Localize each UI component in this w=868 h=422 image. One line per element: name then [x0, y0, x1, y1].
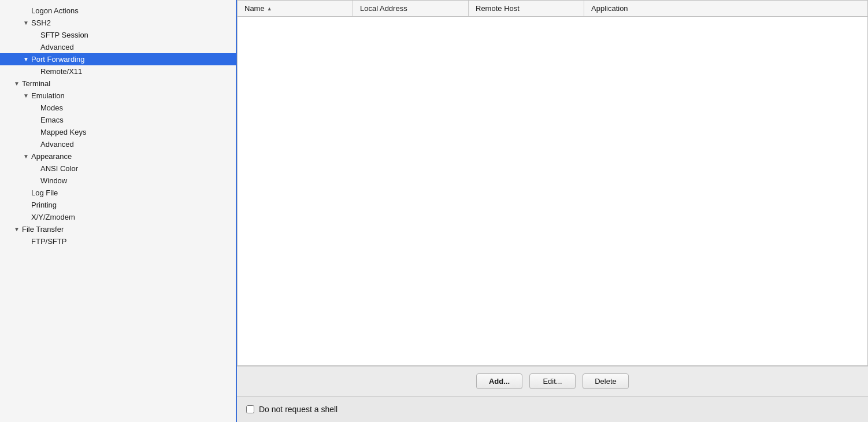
sidebar-item-label: Emulation: [31, 91, 65, 100]
sidebar-item-label: X/Y/Zmodem: [31, 213, 75, 221]
sidebar-item-ftp-sftp[interactable]: FTP/SFTP: [0, 235, 236, 247]
do-not-request-shell-label: Do not request a shell: [259, 405, 337, 414]
triangle-icon: ▼: [14, 226, 22, 232]
sidebar-item-emacs[interactable]: Emacs: [0, 114, 236, 126]
sidebar-item-label: Mapped Keys: [40, 128, 87, 136]
col-remote-label: Remote Host: [476, 4, 520, 13]
sidebar-item-appearance[interactable]: ▼Appearance: [0, 150, 236, 162]
button-row: Add... Edit... Delete: [237, 366, 868, 396]
sidebar-item-advanced-ssh2[interactable]: Advanced: [0, 41, 236, 53]
triangle-icon: ▼: [14, 80, 22, 87]
col-app-label: Application: [591, 4, 628, 13]
sidebar: Logon Actions▼SSH2SFTP SessionAdvanced▼P…: [0, 0, 237, 422]
sidebar-item-label: Window: [40, 176, 67, 185]
sidebar-item-mapped-keys[interactable]: Mapped Keys: [0, 126, 236, 138]
sidebar-item-label: Appearance: [31, 152, 72, 161]
sidebar-item-label: Port Forwarding: [31, 55, 84, 64]
col-name-label: Name: [244, 4, 265, 13]
sidebar-item-label: Logon Actions: [31, 6, 79, 15]
sidebar-item-remote-x11[interactable]: Remote/X11: [0, 65, 236, 77]
sort-arrow-icon: ▲: [267, 6, 272, 12]
sidebar-item-label: SSH2: [31, 18, 51, 27]
main-content: Name ▲ Local Address Remote Host Applica…: [237, 0, 868, 422]
triangle-icon: ▼: [23, 153, 31, 160]
shell-checkbox-row: Do not request a shell: [237, 396, 868, 422]
table-body: [238, 17, 867, 365]
table-header: Name ▲ Local Address Remote Host Applica…: [238, 1, 867, 17]
sidebar-item-label: Modes: [40, 103, 63, 112]
sidebar-item-emulation[interactable]: ▼Emulation: [0, 90, 236, 102]
add-button[interactable]: Add...: [476, 373, 522, 389]
sidebar-item-label: Emacs: [40, 116, 64, 124]
sidebar-item-file-transfer[interactable]: ▼File Transfer: [0, 223, 236, 235]
triangle-icon: ▼: [23, 92, 31, 99]
sidebar-item-label: Terminal: [22, 79, 50, 88]
sidebar-item-logon-actions[interactable]: Logon Actions: [0, 5, 236, 17]
sidebar-item-printing[interactable]: Printing: [0, 199, 236, 211]
col-header-local: Local Address: [353, 1, 469, 16]
sidebar-item-ssh2[interactable]: ▼SSH2: [0, 17, 236, 29]
sidebar-item-window[interactable]: Window: [0, 175, 236, 187]
sidebar-item-xy-zmodem[interactable]: X/Y/Zmodem: [0, 211, 236, 223]
sidebar-item-sftp-session[interactable]: SFTP Session: [0, 29, 236, 41]
col-header-app: Application: [584, 1, 867, 16]
sidebar-item-label: Log File: [31, 188, 58, 197]
delete-button[interactable]: Delete: [583, 373, 629, 389]
sidebar-item-modes[interactable]: Modes: [0, 102, 236, 114]
port-forwarding-table-area: Name ▲ Local Address Remote Host Applica…: [237, 0, 868, 366]
col-header-name: Name ▲: [238, 1, 353, 16]
sidebar-item-terminal[interactable]: ▼Terminal: [0, 77, 236, 90]
sidebar-item-log-file[interactable]: Log File: [0, 187, 236, 199]
triangle-icon: ▼: [23, 56, 31, 62]
triangle-icon: ▼: [23, 20, 31, 26]
edit-button[interactable]: Edit...: [529, 373, 576, 389]
col-local-label: Local Address: [360, 4, 407, 13]
sidebar-item-label: Remote/X11: [40, 67, 82, 76]
col-header-remote: Remote Host: [469, 1, 584, 16]
sidebar-item-label: SFTP Session: [40, 31, 88, 39]
sidebar-item-advanced-emulation[interactable]: Advanced: [0, 138, 236, 150]
sidebar-item-port-forwarding[interactable]: ▼Port Forwarding: [0, 53, 236, 65]
sidebar-item-label: File Transfer: [22, 225, 64, 234]
sidebar-item-label: Printing: [31, 201, 57, 209]
do-not-request-shell-checkbox[interactable]: [246, 405, 254, 413]
sidebar-item-label: ANSI Color: [40, 164, 78, 173]
sidebar-item-label: Advanced: [40, 140, 74, 149]
sidebar-item-label: Advanced: [40, 43, 74, 51]
sidebar-item-ansi-color[interactable]: ANSI Color: [0, 162, 236, 175]
sidebar-item-label: FTP/SFTP: [31, 237, 66, 246]
